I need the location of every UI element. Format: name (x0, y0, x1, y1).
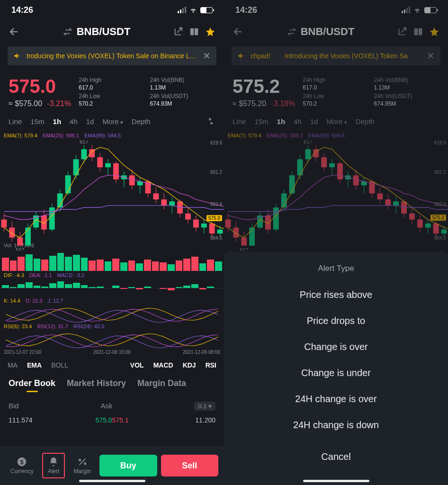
alert-button[interactable]: Alert (42, 453, 65, 478)
alert-opt-change-over[interactable]: Change is over (224, 334, 448, 360)
ind-ma[interactable]: MA (8, 361, 18, 369)
alert-type-sheet: Alert Type Price rises above Price drops… (224, 251, 448, 485)
tf-depth[interactable]: Depth (132, 117, 151, 126)
svg-rect-43 (153, 193, 159, 199)
svg-text:617: 617 (304, 140, 312, 144)
home-indicator (303, 480, 369, 482)
ema-legend: EMA(7): 579.4 EMA(25): 588.1 EMA(99): 58… (0, 131, 224, 140)
alert-opt-change-under[interactable]: Change is under (224, 360, 448, 386)
tab-order-book[interactable]: Order Book (9, 378, 55, 388)
svg-rect-53 (193, 219, 199, 227)
currency-button[interactable]: $ Currency (6, 454, 38, 477)
svg-rect-0 (190, 28, 194, 36)
battery-icon (424, 7, 437, 13)
tf-more[interactable]: More (102, 117, 123, 126)
svg-text:567: 567 (240, 247, 248, 251)
volume-chart (0, 250, 224, 271)
home-indicator (79, 480, 145, 482)
ind-vol[interactable]: VOL (130, 361, 144, 369)
rsi-chart (0, 331, 224, 348)
ind-macd[interactable]: MACD (153, 361, 173, 369)
data-tabs: Order Book Market History Margin Data (0, 374, 224, 393)
alert-opt-price-drops[interactable]: Price drops to (224, 308, 448, 334)
usd-price: ≈ $575.00 (9, 99, 42, 108)
tf-1h[interactable]: 1h (53, 117, 62, 126)
price-change-pct: -3.18% (271, 99, 296, 108)
favorite-star-icon[interactable] (429, 27, 439, 37)
ind-kdj[interactable]: KDJ (183, 361, 196, 369)
svg-rect-67 (225, 219, 231, 227)
panels-icon[interactable] (189, 27, 199, 37)
alert-cancel[interactable]: Cancel (224, 444, 448, 470)
tf-1d[interactable]: 1d (86, 117, 94, 126)
ind-ema[interactable]: EMA (27, 361, 42, 369)
kdj-legend: K: 14.4 D: 15.3 J: 12.7 (0, 296, 224, 305)
svg-rect-37 (129, 175, 135, 185)
alert-opt-price-rises[interactable]: Price rises above (224, 282, 448, 308)
external-link-icon[interactable] (173, 27, 183, 37)
alert-opt-24h-down[interactable]: 24H change is down (224, 412, 448, 438)
price-summary: 575.2 ≈ $575.20 -3.18% 24h High617.0 24h… (224, 68, 448, 112)
svg-rect-5 (1, 219, 7, 227)
tab-market-history[interactable]: Market History (67, 378, 126, 388)
back-button[interactable] (9, 26, 20, 37)
svg-rect-69 (233, 227, 239, 237)
ind-rsi[interactable]: RSI (206, 361, 216, 369)
svg-rect-51 (185, 214, 191, 220)
back-button[interactable] (233, 26, 244, 37)
decimals-dropdown[interactable]: 0.1 ▾ (194, 402, 215, 411)
svg-rect-45 (161, 199, 167, 206)
svg-rect-113 (409, 214, 415, 220)
status-bar: 14:26 (224, 0, 448, 20)
announcement-banner[interactable]: troducing the Voxies (VOXEL) Token Sale … (8, 46, 216, 65)
chart-settings-icon[interactable] (206, 117, 215, 126)
svg-rect-87 (305, 149, 311, 159)
svg-rect-107 (385, 199, 391, 206)
tf-4h[interactable]: 4h (70, 117, 78, 126)
tab-margin-data[interactable]: Margin Data (137, 378, 186, 388)
trading-pair[interactable]: BNB/USDT (250, 26, 391, 38)
svg-rect-9 (17, 238, 23, 246)
trading-pair[interactable]: BNB/USDT (26, 26, 167, 38)
panels-icon[interactable] (413, 27, 423, 37)
wifi-icon (189, 7, 197, 13)
candlestick-chart[interactable]: 617567 619.5 601.2 582.8 564.5 575.2 (224, 140, 448, 241)
indicator-selector: MA EMA BOLL VOL MACD KDJ RSI (0, 357, 224, 374)
tf-line[interactable]: Line (9, 117, 22, 126)
percent-icon (77, 457, 88, 467)
kdj-chart (0, 305, 224, 322)
announcement-banner[interactable]: chpad! Introducing the Voxies (VOXEL) To… (232, 46, 440, 65)
svg-rect-57 (209, 224, 215, 234)
svg-rect-31 (105, 163, 111, 167)
svg-rect-59 (217, 230, 223, 234)
close-banner-icon[interactable]: ✕ (427, 50, 435, 62)
external-link-icon[interactable] (397, 27, 407, 37)
battery-icon (200, 7, 213, 13)
svg-point-3 (211, 123, 212, 124)
alert-opt-24h-over[interactable]: 24H change is over (224, 386, 448, 412)
ind-boll[interactable]: BOLL (51, 361, 68, 369)
status-time: 14:26 (235, 5, 257, 15)
margin-button[interactable]: Margin (69, 454, 96, 477)
cellular-icon (178, 7, 186, 13)
svg-rect-85 (297, 159, 303, 175)
buy-button[interactable]: Buy (99, 455, 157, 476)
svg-rect-105 (377, 193, 383, 199)
close-banner-icon[interactable]: ✕ (203, 50, 211, 62)
chart-settings-icon[interactable] (430, 117, 439, 126)
candlestick-chart[interactable]: 617567 619.5 601.2 582.8 564.5 575.0 (0, 140, 224, 241)
svg-rect-109 (393, 201, 399, 205)
favorite-star-icon[interactable] (205, 27, 215, 37)
swap-icon (63, 27, 73, 37)
svg-rect-71 (241, 238, 247, 246)
svg-point-2 (209, 118, 211, 120)
sell-button[interactable]: Sell (161, 455, 218, 476)
svg-rect-25 (81, 149, 87, 159)
tf-15m[interactable]: 15m (30, 117, 44, 126)
svg-rect-93 (329, 163, 335, 167)
svg-rect-121 (441, 230, 447, 234)
megaphone-icon (237, 52, 246, 60)
svg-rect-1 (195, 28, 198, 36)
header: BNB/USDT (224, 20, 448, 44)
header: BNB/USDT (0, 20, 224, 44)
